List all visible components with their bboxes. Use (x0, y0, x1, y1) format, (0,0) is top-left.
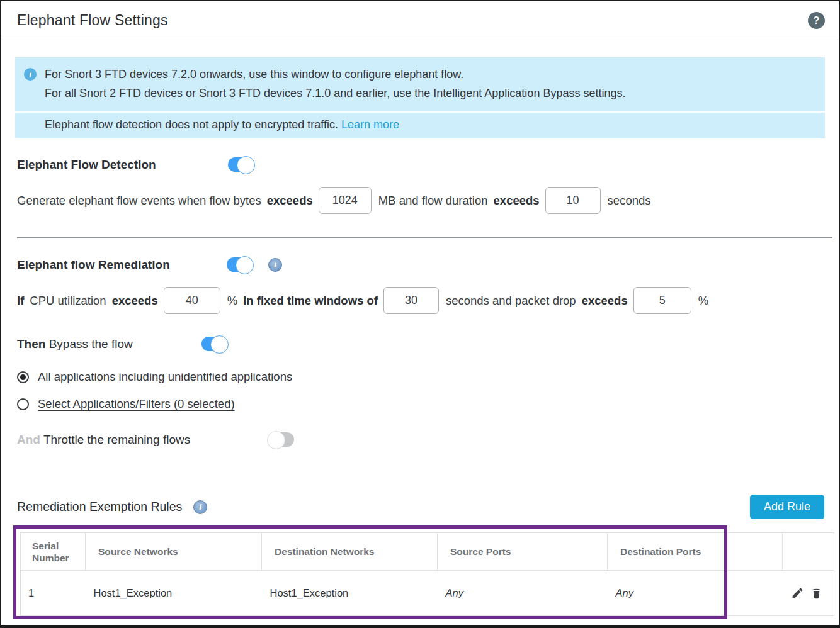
info-banner-main: i For Snort 3 FTD devices 7.2.0 onwards,… (15, 57, 825, 111)
rules-header-row: Remediation Exemption Rules i Add Rule (17, 495, 824, 519)
table-row: 1 Host1_Exception Host1_Exception Any An… (21, 571, 834, 616)
cell-source-ports: Any (438, 571, 608, 616)
detection-toggle[interactable] (228, 157, 253, 172)
bypass-row: Then Bypass the flow (17, 337, 839, 351)
learn-more-link[interactable]: Learn more (341, 118, 399, 131)
remediation-info-icon[interactable]: i (268, 258, 282, 272)
and-bold: And (17, 433, 40, 446)
section-divider (17, 237, 832, 238)
rules-title: Remediation Exemption Rules (17, 500, 182, 514)
cell-source-networks: Host1_Exception (86, 571, 262, 616)
delete-icon[interactable] (809, 586, 824, 601)
throttle-row: And Throttle the remaining flows (17, 432, 839, 447)
detection-text-after: seconds (608, 194, 651, 208)
edit-icon[interactable] (791, 586, 805, 601)
col-serial-number: Serial Number (21, 533, 86, 571)
info-banner-text: For Snort 3 FTD devices 7.2.0 onwards, u… (45, 65, 625, 103)
select-applications-radio[interactable] (17, 398, 29, 410)
add-rule-button[interactable]: Add Rule (750, 495, 824, 519)
remediation-row: Elephant flow Remediation i (17, 257, 839, 272)
remediation-exemption-rules-section: Remediation Exemption Rules i Add Rule S… (1, 495, 839, 616)
fixed-window-text: in fixed time windows of (243, 294, 378, 308)
drop-exceeds: exceeds (582, 294, 628, 308)
exemption-rules-table: Serial Number Source Networks Destinatio… (20, 532, 834, 616)
detection-text-mid: MB and flow duration (378, 194, 488, 208)
throttle-text: Throttle the remaining flows (43, 433, 190, 446)
page-header: Elephant Flow Settings ? (1, 1, 839, 40)
detection-exceeds-1: exceeds (267, 194, 313, 208)
info-banner: i For Snort 3 FTD devices 7.2.0 onwards,… (15, 57, 825, 138)
rules-info-icon[interactable]: i (193, 500, 207, 514)
col-destination-ports: Destination Ports (608, 533, 783, 571)
col-actions (783, 533, 834, 571)
remediation-sentence: If CPU utilization exceeds % in fixed ti… (17, 287, 839, 314)
col-source-networks: Source Networks (86, 533, 262, 571)
info-banner-note: Elephant flow detection does not apply t… (15, 113, 825, 138)
bypass-label: Then Bypass the flow (17, 337, 201, 351)
table-header-row: Serial Number Source Networks Destinatio… (21, 533, 834, 571)
cell-actions (783, 571, 834, 616)
cpu-percent-sign: % (227, 294, 237, 308)
throttle-label: And Throttle the remaining flows (17, 433, 269, 447)
packet-drop-text: seconds and packet drop (446, 294, 576, 308)
page-title: Elephant Flow Settings (17, 12, 168, 29)
encrypted-traffic-note: Elephant flow detection does not apply t… (45, 118, 338, 131)
info-banner-line1: For Snort 3 FTD devices 7.2.0 onwards, u… (45, 65, 625, 84)
cpu-exceeds: exceeds (112, 294, 158, 308)
radio-row-all-applications: All applications including unidentified … (17, 370, 839, 384)
packet-drop-input[interactable] (633, 287, 691, 314)
cell-destination-networks: Host1_Exception (262, 571, 438, 616)
remediation-if: If (17, 294, 24, 308)
all-applications-label: All applications including unidentified … (38, 370, 292, 384)
select-applications-link[interactable]: Select Applications/Filters (0 selected) (38, 397, 235, 411)
detection-sentence: Generate elephant flow events when flow … (17, 187, 839, 214)
detection-text-before: Generate elephant flow events when flow … (17, 194, 261, 208)
all-applications-radio[interactable] (17, 371, 29, 383)
col-destination-networks: Destination Networks (262, 533, 438, 571)
cpu-threshold-input[interactable] (164, 287, 220, 314)
throttle-toggle[interactable] (269, 432, 294, 447)
flow-duration-input[interactable] (545, 187, 601, 214)
info-icon: i (24, 68, 37, 81)
info-banner-line2: For all Snort 2 FTD devices or Snort 3 F… (45, 84, 625, 103)
cell-serial: 1 (21, 571, 86, 616)
cpu-utilization-text: CPU utilization (30, 294, 106, 308)
remediation-label: Elephant flow Remediation (17, 258, 227, 272)
help-icon[interactable]: ? (808, 12, 825, 29)
cell-destination-ports: Any (608, 571, 783, 616)
elephant-flow-settings-page: Elephant Flow Settings ? i For Snort 3 F… (0, 0, 840, 628)
flow-bytes-input[interactable] (319, 187, 372, 214)
drop-percent-sign: % (698, 294, 708, 308)
detection-exceeds-2: exceeds (494, 194, 540, 208)
time-window-input[interactable] (383, 287, 439, 314)
detection-label: Elephant Flow Detection (17, 158, 228, 172)
bypass-toggle[interactable] (201, 337, 227, 351)
detection-row: Elephant Flow Detection (17, 157, 839, 172)
then-bold: Then (17, 337, 45, 350)
col-source-ports: Source Ports (438, 533, 608, 571)
bypass-flow-text: Bypass the flow (49, 337, 133, 350)
remediation-toggle[interactable] (227, 257, 252, 272)
radio-row-select-applications: Select Applications/Filters (0 selected) (17, 397, 839, 411)
